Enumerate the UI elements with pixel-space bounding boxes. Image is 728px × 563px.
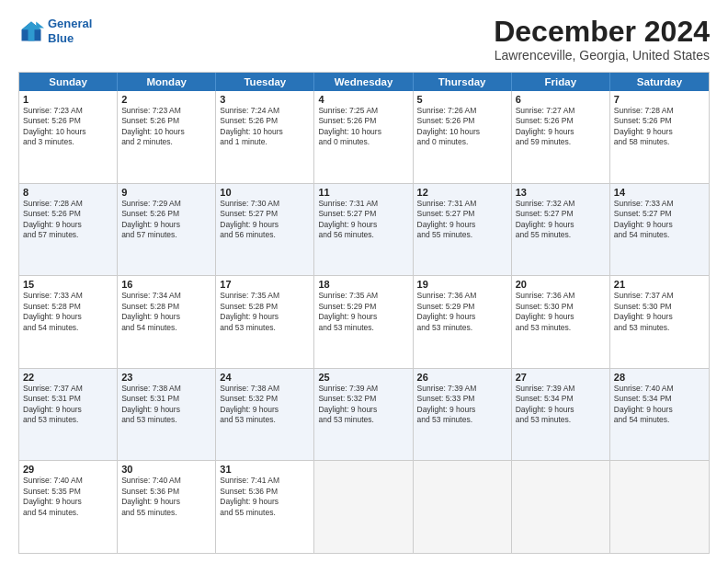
header-day-thursday: Thursday <box>414 73 512 91</box>
daylight-line: Daylight: 9 hours <box>121 405 211 415</box>
logo-text: General Blue <box>48 17 92 45</box>
day-number: 2 <box>121 94 211 105</box>
daylight-line: Daylight: 9 hours <box>318 405 408 415</box>
sunset-line: Sunset: 5:29 PM <box>318 302 408 312</box>
logo-icon <box>18 18 44 44</box>
day-number: 29 <box>23 464 113 475</box>
daylight-line: and 56 minutes. <box>220 230 310 240</box>
sunrise-line: Sunrise: 7:40 AM <box>121 476 211 486</box>
daylight-line: and 55 minutes. <box>121 508 211 518</box>
page: General Blue December 2024 Lawrenceville… <box>0 0 728 563</box>
sunset-line: Sunset: 5:32 PM <box>220 394 310 404</box>
sunrise-line: Sunrise: 7:31 AM <box>417 199 507 209</box>
daylight-line: and 53 minutes. <box>220 323 310 333</box>
header-day-tuesday: Tuesday <box>216 73 314 91</box>
sunset-line: Sunset: 5:36 PM <box>220 487 310 497</box>
day-cell-5: 5Sunrise: 7:26 AMSunset: 5:26 PMDaylight… <box>414 91 512 183</box>
sunrise-line: Sunrise: 7:36 AM <box>516 291 606 301</box>
calendar-body: 1Sunrise: 7:23 AMSunset: 5:26 PMDaylight… <box>19 91 709 553</box>
month-title: December 2024 <box>494 17 710 46</box>
logo: General Blue <box>18 17 92 45</box>
sunset-line: Sunset: 5:34 PM <box>516 394 606 404</box>
svg-marker-2 <box>36 21 44 28</box>
sunset-line: Sunset: 5:28 PM <box>121 302 211 312</box>
calendar: SundayMondayTuesdayWednesdayThursdayFrid… <box>18 72 710 554</box>
sunset-line: Sunset: 5:27 PM <box>516 209 606 219</box>
location: Lawrenceville, Georgia, United States <box>494 48 710 63</box>
day-number: 30 <box>121 464 211 475</box>
sunset-line: Sunset: 5:26 PM <box>318 116 408 126</box>
sunset-line: Sunset: 5:26 PM <box>121 209 211 219</box>
daylight-line: Daylight: 9 hours <box>614 220 705 230</box>
sunset-line: Sunset: 5:26 PM <box>23 116 113 126</box>
daylight-line: and 2 minutes. <box>121 137 211 147</box>
day-cell-10: 10Sunrise: 7:30 AMSunset: 5:27 PMDayligh… <box>216 184 314 276</box>
day-number: 15 <box>23 279 113 290</box>
day-number: 10 <box>220 187 310 198</box>
daylight-line: Daylight: 9 hours <box>614 312 705 322</box>
daylight-line: Daylight: 9 hours <box>614 405 705 415</box>
day-cell-26: 26Sunrise: 7:39 AMSunset: 5:33 PMDayligh… <box>414 369 512 461</box>
daylight-line: and 57 minutes. <box>121 230 211 240</box>
day-number: 14 <box>614 187 705 198</box>
daylight-line: Daylight: 10 hours <box>318 127 408 137</box>
daylight-line: and 54 minutes. <box>614 230 705 240</box>
day-number: 28 <box>614 372 705 383</box>
sunrise-line: Sunrise: 7:40 AM <box>23 476 113 486</box>
daylight-line: Daylight: 9 hours <box>516 312 606 322</box>
sunset-line: Sunset: 5:27 PM <box>318 209 408 219</box>
calendar-row-2: 8Sunrise: 7:28 AMSunset: 5:26 PMDaylight… <box>19 183 709 276</box>
sunset-line: Sunset: 5:28 PM <box>23 302 113 312</box>
sunrise-line: Sunrise: 7:33 AM <box>23 291 113 301</box>
day-number: 9 <box>121 187 211 198</box>
day-cell-2: 2Sunrise: 7:23 AMSunset: 5:26 PMDaylight… <box>118 91 216 183</box>
daylight-line: Daylight: 10 hours <box>220 127 310 137</box>
daylight-line: Daylight: 9 hours <box>516 220 606 230</box>
daylight-line: and 59 minutes. <box>516 137 606 147</box>
daylight-line: and 54 minutes. <box>614 415 705 425</box>
calendar-row-4: 22Sunrise: 7:37 AMSunset: 5:31 PMDayligh… <box>19 368 709 461</box>
daylight-line: Daylight: 10 hours <box>417 127 507 137</box>
daylight-line: Daylight: 9 hours <box>417 220 507 230</box>
daylight-line: and 55 minutes. <box>516 230 606 240</box>
sunset-line: Sunset: 5:35 PM <box>23 487 113 497</box>
day-number: 18 <box>318 279 408 290</box>
daylight-line: and 57 minutes. <box>23 230 113 240</box>
daylight-line: Daylight: 9 hours <box>220 405 310 415</box>
empty-cell <box>314 461 413 553</box>
daylight-line: and 1 minute. <box>220 137 310 147</box>
sunrise-line: Sunrise: 7:33 AM <box>614 199 705 209</box>
daylight-line: and 53 minutes. <box>220 415 310 425</box>
sunset-line: Sunset: 5:27 PM <box>220 209 310 219</box>
sunrise-line: Sunrise: 7:28 AM <box>23 199 113 209</box>
calendar-row-5: 29Sunrise: 7:40 AMSunset: 5:35 PMDayligh… <box>19 460 709 553</box>
daylight-line: Daylight: 9 hours <box>121 497 211 507</box>
daylight-line: and 54 minutes. <box>23 508 113 518</box>
day-cell-11: 11Sunrise: 7:31 AMSunset: 5:27 PMDayligh… <box>314 184 413 276</box>
day-cell-16: 16Sunrise: 7:34 AMSunset: 5:28 PMDayligh… <box>118 276 216 368</box>
day-cell-6: 6Sunrise: 7:27 AMSunset: 5:26 PMDaylight… <box>512 91 610 183</box>
daylight-line: Daylight: 9 hours <box>417 405 507 415</box>
sunrise-line: Sunrise: 7:39 AM <box>318 384 408 394</box>
empty-cell <box>512 461 610 553</box>
daylight-line: Daylight: 10 hours <box>121 127 211 137</box>
daylight-line: Daylight: 9 hours <box>318 220 408 230</box>
sunrise-line: Sunrise: 7:32 AM <box>516 199 606 209</box>
daylight-line: and 53 minutes. <box>417 415 507 425</box>
day-number: 22 <box>23 372 113 383</box>
sunrise-line: Sunrise: 7:38 AM <box>220 384 310 394</box>
daylight-line: and 54 minutes. <box>23 323 113 333</box>
day-cell-24: 24Sunrise: 7:38 AMSunset: 5:32 PMDayligh… <box>216 369 314 461</box>
calendar-row-1: 1Sunrise: 7:23 AMSunset: 5:26 PMDaylight… <box>19 91 709 183</box>
daylight-line: Daylight: 9 hours <box>121 220 211 230</box>
day-number: 12 <box>417 187 507 198</box>
daylight-line: and 3 minutes. <box>23 137 113 147</box>
daylight-line: and 53 minutes. <box>318 323 408 333</box>
day-cell-20: 20Sunrise: 7:36 AMSunset: 5:30 PMDayligh… <box>512 276 610 368</box>
day-number: 17 <box>220 279 310 290</box>
day-number: 1 <box>23 94 113 105</box>
daylight-line: and 54 minutes. <box>121 323 211 333</box>
sunset-line: Sunset: 5:31 PM <box>23 394 113 404</box>
sunset-line: Sunset: 5:29 PM <box>417 302 507 312</box>
header-day-monday: Monday <box>118 73 216 91</box>
